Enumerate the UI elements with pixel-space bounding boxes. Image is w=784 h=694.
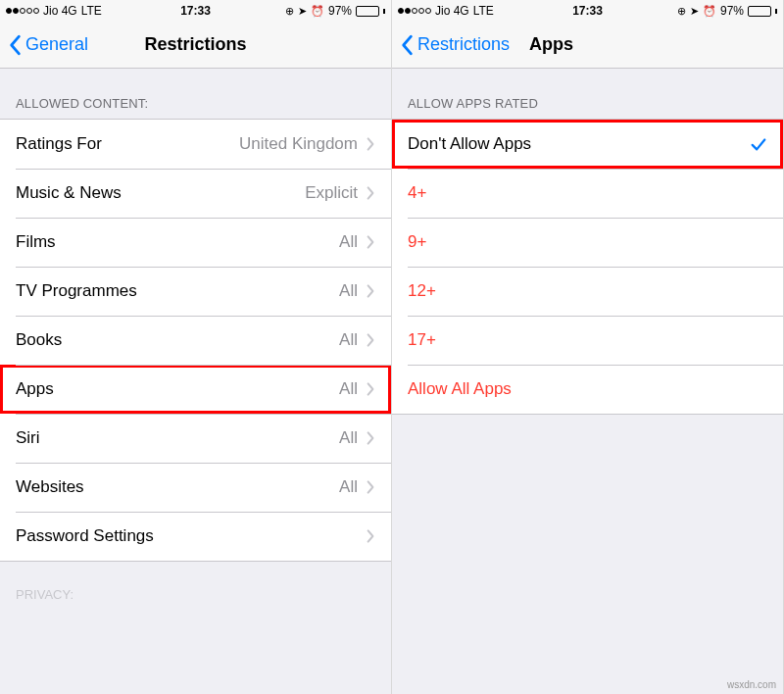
row-value: All: [339, 330, 358, 350]
row-label: 12+: [408, 281, 767, 301]
row-value: All: [339, 477, 358, 497]
chevron-right-icon: [366, 234, 375, 250]
alarm-icon: ⏰: [703, 5, 716, 18]
row-label: Ratings For: [16, 134, 239, 154]
row-books[interactable]: Books All: [0, 316, 391, 365]
list-app-ratings: Don't Allow Apps 4+ 9+ 12+ 17+ Allow All…: [392, 119, 783, 415]
chevron-right-icon: [366, 136, 375, 152]
chevron-right-icon: [366, 479, 375, 495]
row-17plus[interactable]: 17+: [392, 316, 783, 365]
chevron-left-icon: [400, 34, 414, 56]
row-apps[interactable]: Apps All: [0, 365, 391, 414]
nav-bar: Restrictions Apps: [392, 22, 783, 69]
section-header-allow-apps-rated: ALLOW APPS RATED: [392, 69, 783, 119]
row-siri[interactable]: Siri All: [0, 414, 391, 463]
back-button[interactable]: General: [8, 34, 88, 56]
orientation-lock-icon: ⊕: [285, 5, 294, 18]
battery-percent: 97%: [328, 4, 352, 18]
section-header-allowed-content: ALLOWED CONTENT:: [0, 69, 391, 119]
row-label: 17+: [408, 330, 767, 350]
row-4plus[interactable]: 4+: [392, 169, 783, 218]
carrier-label: Jio 4G: [435, 4, 469, 18]
nav-bar: General Restrictions: [0, 22, 391, 69]
location-icon: ➤: [690, 5, 699, 18]
status-time: 17:33: [180, 4, 211, 18]
row-label: Allow All Apps: [408, 379, 767, 399]
row-label: 9+: [408, 232, 767, 252]
pane-restrictions: Jio 4G LTE 17:33 ⊕ ➤ ⏰ 97% General Restr…: [0, 0, 392, 694]
row-12plus[interactable]: 12+: [392, 267, 783, 316]
row-films[interactable]: Films All: [0, 218, 391, 267]
row-label: Films: [16, 232, 339, 252]
chevron-right-icon: [366, 528, 375, 544]
chevron-right-icon: [366, 381, 375, 397]
section-header-privacy: PRIVACY:: [0, 562, 391, 602]
battery-percent: 97%: [720, 4, 744, 18]
location-icon: ➤: [298, 5, 307, 18]
row-websites[interactable]: Websites All: [0, 463, 391, 512]
alarm-icon: ⏰: [311, 5, 324, 18]
row-value: Explicit: [305, 183, 358, 203]
chevron-right-icon: [366, 283, 375, 299]
row-label: Password Settings: [16, 526, 358, 546]
row-music-news[interactable]: Music & News Explicit: [0, 169, 391, 218]
pane-apps: Jio 4G LTE 17:33 ⊕ ➤ ⏰ 97% Restrictions …: [392, 0, 784, 694]
battery-icon: [748, 6, 771, 17]
status-left: Jio 4G LTE: [6, 4, 102, 18]
row-label: Music & News: [16, 183, 305, 203]
status-right: ⊕ ➤ ⏰ 97%: [285, 4, 385, 18]
chevron-left-icon: [8, 34, 22, 56]
chevron-right-icon: [366, 185, 375, 201]
checkmark-icon: [750, 135, 767, 153]
row-ratings-for[interactable]: Ratings For United Kingdom: [0, 120, 391, 169]
row-allow-all-apps[interactable]: Allow All Apps: [392, 365, 783, 414]
status-bar: Jio 4G LTE 17:33 ⊕ ➤ ⏰ 97%: [392, 0, 783, 22]
orientation-lock-icon: ⊕: [677, 5, 686, 18]
row-dont-allow-apps[interactable]: Don't Allow Apps: [392, 120, 783, 169]
back-button[interactable]: Restrictions: [400, 34, 510, 56]
status-bar: Jio 4G LTE 17:33 ⊕ ➤ ⏰ 97%: [0, 0, 391, 22]
row-label: Apps: [16, 379, 339, 399]
back-label: General: [25, 34, 88, 55]
chevron-right-icon: [366, 430, 375, 446]
row-9plus[interactable]: 9+: [392, 218, 783, 267]
network-label: LTE: [81, 4, 102, 18]
row-label: Websites: [16, 477, 339, 497]
status-left: Jio 4G LTE: [398, 4, 494, 18]
row-label: TV Programmes: [16, 281, 339, 301]
row-value: All: [339, 379, 358, 399]
back-label: Restrictions: [417, 34, 510, 55]
row-value: All: [339, 232, 358, 252]
carrier-label: Jio 4G: [43, 4, 77, 18]
row-label: Don't Allow Apps: [408, 134, 750, 154]
chevron-right-icon: [366, 332, 375, 348]
nav-title: Restrictions: [144, 34, 246, 55]
row-label: Siri: [16, 428, 339, 448]
signal-strength-icon: [398, 8, 431, 14]
watermark: wsxdn.com: [727, 679, 776, 690]
battery-icon: [356, 6, 379, 17]
network-label: LTE: [473, 4, 494, 18]
row-value: All: [339, 428, 358, 448]
row-label: 4+: [408, 183, 767, 203]
status-right: ⊕ ➤ ⏰ 97%: [677, 4, 777, 18]
signal-strength-icon: [6, 8, 39, 14]
row-value: All: [339, 281, 358, 301]
nav-title: Apps: [529, 34, 573, 55]
row-password-settings[interactable]: Password Settings: [0, 512, 391, 561]
row-value: United Kingdom: [239, 134, 358, 154]
row-tv-programmes[interactable]: TV Programmes All: [0, 267, 391, 316]
status-time: 17:33: [572, 4, 603, 18]
list-allowed-content: Ratings For United Kingdom Music & News …: [0, 119, 391, 562]
row-label: Books: [16, 330, 339, 350]
